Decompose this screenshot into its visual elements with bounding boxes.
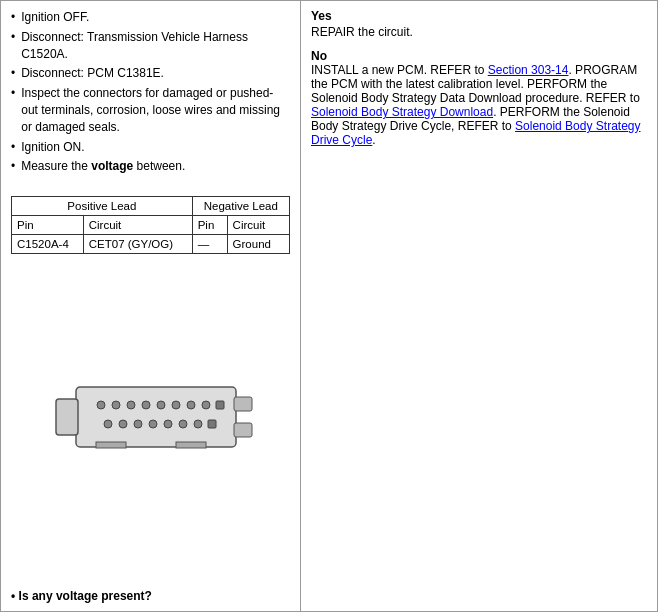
list-item: Disconnect: PCM C1381E. <box>11 65 290 82</box>
no-content: INSTALL a new PCM. REFER to Section 303-… <box>311 63 647 147</box>
col-circuit2: Circuit <box>227 216 289 235</box>
svg-rect-5 <box>176 442 206 448</box>
list-item-text: Measure the voltage between. <box>21 158 185 175</box>
svg-point-10 <box>157 401 165 409</box>
question-text: Is any voltage present? <box>19 589 152 603</box>
no-section: No INSTALL a new PCM. REFER to Section 3… <box>311 49 647 147</box>
list-item: Ignition OFF. <box>11 9 290 26</box>
svg-point-9 <box>142 401 150 409</box>
row-circuit1: CET07 (GY/OG) <box>83 235 192 254</box>
yes-text: REPAIR the circuit. <box>311 25 647 39</box>
svg-point-13 <box>202 401 210 409</box>
list-item-text: Inspect the connectors for damaged or pu… <box>21 85 290 135</box>
row-circuit2: Ground <box>227 235 289 254</box>
connector-diagram <box>11 254 290 579</box>
positive-lead-header: Positive Lead <box>12 197 193 216</box>
list-item-text: Disconnect: PCM C1381E. <box>21 65 164 82</box>
table-header-row: Positive Lead Negative Lead <box>12 197 290 216</box>
svg-rect-4 <box>96 442 126 448</box>
svg-point-16 <box>119 420 127 428</box>
col-circuit1: Circuit <box>83 216 192 235</box>
table-subheader-row: Pin Circuit Pin Circuit <box>12 216 290 235</box>
svg-rect-3 <box>234 423 252 437</box>
list-item-text: Ignition ON. <box>21 139 84 156</box>
download-link[interactable]: Solenoid Body Strategy Download <box>311 105 493 119</box>
svg-rect-1 <box>56 399 78 435</box>
list-item-text: Ignition OFF. <box>21 9 89 26</box>
svg-point-17 <box>134 420 142 428</box>
col-pin2: Pin <box>192 216 227 235</box>
no-text-1: INSTALL a new PCM. REFER to <box>311 63 488 77</box>
voltage-table: Positive Lead Negative Lead Pin Circuit … <box>11 196 290 254</box>
svg-point-21 <box>194 420 202 428</box>
svg-rect-14 <box>216 401 224 409</box>
negative-lead-header: Negative Lead <box>192 197 289 216</box>
list-item: Disconnect: Transmission Vehicle Harness… <box>11 29 290 63</box>
list-item: Measure the voltage between. <box>11 158 290 175</box>
svg-point-18 <box>149 420 157 428</box>
yes-label: Yes <box>311 9 647 23</box>
row-pin2: — <box>192 235 227 254</box>
svg-point-15 <box>104 420 112 428</box>
list-item: Inspect the connectors for damaged or pu… <box>11 85 290 135</box>
section-link[interactable]: Section 303-14 <box>488 63 569 77</box>
connector-svg <box>46 367 256 467</box>
right-panel: Yes REPAIR the circuit. No INSTALL a new… <box>301 1 657 611</box>
col-pin1: Pin <box>12 216 84 235</box>
list-item-text: Disconnect: Transmission Vehicle Harness… <box>21 29 290 63</box>
bullet-list: Ignition OFF. Disconnect: Transmission V… <box>11 9 290 178</box>
row-pin1: C1520A-4 <box>12 235 84 254</box>
list-item: Ignition ON. <box>11 139 290 156</box>
main-container: Ignition OFF. Disconnect: Transmission V… <box>0 0 658 612</box>
no-text-4: . <box>372 133 375 147</box>
svg-point-8 <box>127 401 135 409</box>
yes-section: Yes REPAIR the circuit. <box>311 9 647 39</box>
left-panel: Ignition OFF. Disconnect: Transmission V… <box>1 1 301 611</box>
bottom-question: • Is any voltage present? <box>11 579 290 603</box>
svg-point-11 <box>172 401 180 409</box>
no-label: No <box>311 49 647 63</box>
svg-rect-22 <box>208 420 216 428</box>
svg-point-20 <box>179 420 187 428</box>
svg-point-6 <box>97 401 105 409</box>
svg-rect-2 <box>234 397 252 411</box>
svg-point-19 <box>164 420 172 428</box>
svg-rect-0 <box>76 387 236 447</box>
svg-point-12 <box>187 401 195 409</box>
table-data-row: C1520A-4 CET07 (GY/OG) — Ground <box>12 235 290 254</box>
question-bullet: • <box>11 589 19 603</box>
svg-point-7 <box>112 401 120 409</box>
